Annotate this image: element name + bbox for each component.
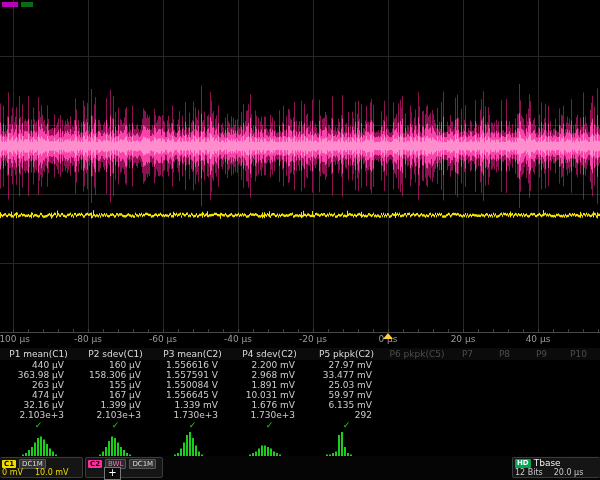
measure-cell: 1.556645 V — [154, 390, 231, 400]
measure-cell: 2.103e+3 — [0, 410, 77, 420]
measure-cell: 32.16 µV — [0, 400, 77, 410]
measure-cell — [449, 360, 486, 370]
measure-cell: 10.031 mV — [231, 390, 308, 400]
measure-cell — [486, 380, 523, 390]
corner-status-indicator-magenta — [2, 2, 18, 7]
measure-cell — [523, 410, 560, 420]
hd-mode-badge: HD — [515, 459, 531, 468]
measure-cell: 2.968 mV — [231, 370, 308, 380]
measurement-table: P1 mean(C1)P2 sdev(C1)P3 mean(C2)P4 sdev… — [0, 348, 600, 431]
measure-cell: 25.03 mV — [308, 380, 385, 390]
measure-cell — [385, 380, 449, 390]
bottom-bar: C1 DC1M 0 mV 10.0 mV C2 BWL DC1M + HD Tb… — [0, 456, 600, 480]
measure-cell — [385, 400, 449, 410]
time-axis-label: -60 µs — [149, 334, 177, 344]
c1-coupling-badge: DC1M — [19, 459, 46, 469]
measure-header-p1[interactable]: P1 mean(C1) — [0, 348, 77, 360]
crosshair-icon[interactable]: + — [104, 467, 121, 480]
corner-status-indicator-green — [21, 2, 33, 7]
measure-cell — [385, 360, 449, 370]
measure-cell: 160 µV — [77, 360, 154, 370]
measure-header-p6[interactable]: P6 pkpk(C5) — [385, 348, 449, 360]
measure-cell — [449, 400, 486, 410]
histicons-strip[interactable] — [0, 430, 600, 456]
measure-cell: 33.477 mV — [308, 370, 385, 380]
measure-cell: 1.399 µV — [77, 400, 154, 410]
measure-header-p8[interactable]: P8 — [486, 348, 523, 360]
measure-cell — [449, 370, 486, 380]
measure-row: 363.98 µV158.306 µV1.557591 V2.968 mV33.… — [0, 370, 600, 380]
measure-cell — [560, 370, 597, 380]
timebase-descriptor[interactable]: HD Tbase 12 Bits 20.0 µs — [512, 457, 600, 478]
measure-cell — [560, 400, 597, 410]
channel-descriptor-c1[interactable]: C1 DC1M 0 mV 10.0 mV — [0, 457, 83, 478]
measure-cell — [385, 370, 449, 380]
measure-cell: 1.891 mV — [231, 380, 308, 390]
c1-badge: C1 — [2, 460, 16, 468]
measure-row: 32.16 µV1.399 µV1.339 mV1.676 mV6.135 mV — [0, 400, 600, 410]
measure-cell: 1.730e+3 — [231, 410, 308, 420]
measure-cell — [523, 380, 560, 390]
time-axis-label: 40 µs — [526, 334, 551, 344]
timebase-label: Tbase — [534, 459, 561, 468]
measure-row: 263 µV155 µV1.550084 V1.891 mV25.03 mV — [0, 380, 600, 390]
measure-cell — [449, 390, 486, 400]
measure-cell: 158.306 µV — [77, 370, 154, 380]
timebase-bits: 12 Bits — [515, 468, 543, 477]
measure-row: 2.103e+32.103e+31.730e+31.730e+3292 — [0, 410, 600, 420]
measure-cell: 263 µV — [0, 380, 77, 390]
measure-header-p5[interactable]: P5 pkpk(C2) — [308, 348, 385, 360]
c2-coupling-badge: DC1M — [129, 459, 156, 469]
measure-cell — [486, 370, 523, 380]
time-axis-label: -20 µs — [299, 334, 327, 344]
measure-header-p2[interactable]: P2 sdev(C1) — [77, 348, 154, 360]
measure-body: 440 µV160 µV1.556616 V2.200 mV27.97 mV36… — [0, 360, 600, 420]
measure-cell — [449, 410, 486, 420]
measure-cell — [523, 370, 560, 380]
measure-cell — [486, 390, 523, 400]
measure-cell: 155 µV — [77, 380, 154, 390]
measure-cell: 1.339 mV — [154, 400, 231, 410]
measure-cell — [523, 390, 560, 400]
measure-header-p10[interactable]: P10 — [560, 348, 597, 360]
measure-cell — [560, 360, 597, 370]
measure-cell: 363.98 µV — [0, 370, 77, 380]
measure-cell — [523, 400, 560, 410]
measure-cell — [385, 410, 449, 420]
measure-cell — [486, 400, 523, 410]
measure-cell: 167 µV — [77, 390, 154, 400]
measure-row: 440 µV160 µV1.556616 V2.200 mV27.97 mV — [0, 360, 600, 370]
measure-cell: 1.556616 V — [154, 360, 231, 370]
measure-cell: 1.730e+3 — [154, 410, 231, 420]
time-axis-labels: -100 µs-80 µs-60 µs-40 µs-20 µs0 µs20 µs… — [0, 334, 600, 346]
measure-cell: 292 — [308, 410, 385, 420]
measure-cell: 6.135 mV — [308, 400, 385, 410]
measure-cell: 474 µV — [0, 390, 77, 400]
time-axis-label: 20 µs — [451, 334, 476, 344]
c2-badge: C2 — [88, 460, 102, 468]
c1-vdiv: 10.0 mV — [35, 468, 69, 477]
measure-cell — [560, 410, 597, 420]
measure-cell — [486, 360, 523, 370]
measure-header-p4[interactable]: P4 sdev(C2) — [231, 348, 308, 360]
channel-descriptor-c2[interactable]: C2 BWL DC1M + — [85, 457, 163, 478]
time-axis-label: -100 µs — [0, 334, 30, 344]
measure-cell — [560, 390, 597, 400]
measure-cell: 1.550084 V — [154, 380, 231, 390]
measure-cell: 59.97 mV — [308, 390, 385, 400]
measure-cell: 2.103e+3 — [77, 410, 154, 420]
measure-header-p9[interactable]: P9 — [523, 348, 560, 360]
measure-row: 474 µV167 µV1.556645 V10.031 mV59.97 mV — [0, 390, 600, 400]
measure-cell: 27.97 mV — [308, 360, 385, 370]
trigger-position-icon[interactable] — [383, 333, 393, 339]
waveform-display[interactable] — [0, 0, 600, 348]
measure-cell: 440 µV — [0, 360, 77, 370]
measure-cell: 1.676 mV — [231, 400, 308, 410]
measure-cell — [449, 380, 486, 390]
measure-header-p3[interactable]: P3 mean(C2) — [154, 348, 231, 360]
measure-cell: 2.200 mV — [231, 360, 308, 370]
measure-cell — [385, 390, 449, 400]
timebase-sdiv: 20.0 µs — [554, 468, 584, 477]
measure-cell: 1.557591 V — [154, 370, 231, 380]
measure-header-p7[interactable]: P7 — [449, 348, 486, 360]
